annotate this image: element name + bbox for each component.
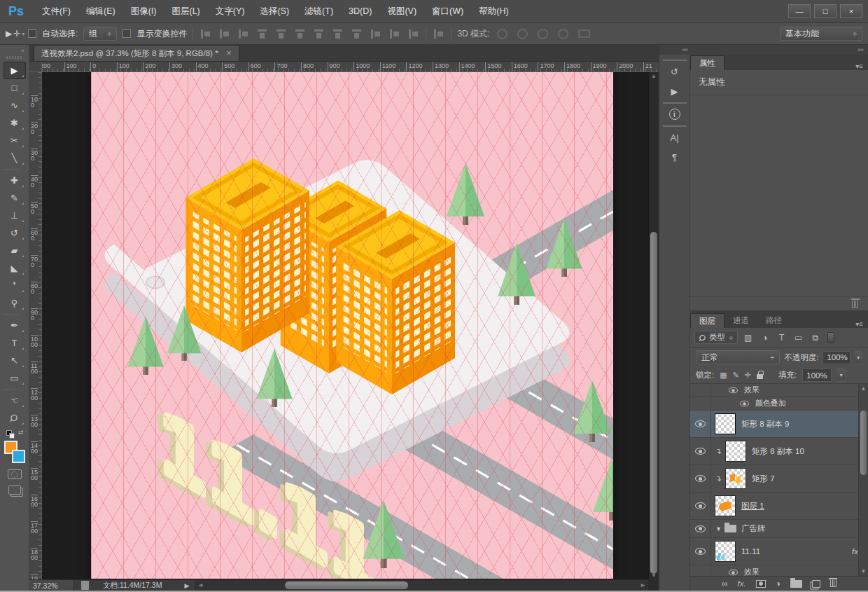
scroll-down-arrow-icon[interactable]: ▼: [649, 572, 659, 579]
adjustment-layer-icon[interactable]: ◑: [776, 579, 780, 588]
menu-select[interactable]: 选择(S): [252, 6, 297, 18]
layer-row[interactable]: ↴ 矩形 8 副本 10: [690, 438, 868, 465]
hand-tool[interactable]: ☜: [4, 392, 26, 409]
layer-thumbnail[interactable]: [725, 441, 746, 462]
fx-badge[interactable]: fx: [852, 547, 858, 556]
layer-thumbnail[interactable]: [715, 413, 736, 434]
layer-row-selected[interactable]: 矩形 8 副本 9: [690, 411, 868, 438]
menu-edit[interactable]: 编辑(E): [78, 6, 123, 18]
zoom-tool[interactable]: Ϙ: [4, 409, 26, 427]
auto-align-layers-icon[interactable]: [433, 29, 444, 39]
lock-transparency-icon[interactable]: ▦: [720, 371, 727, 380]
collapse-panels-icon[interactable]: ««: [682, 46, 687, 53]
opacity-value[interactable]: 100%: [822, 351, 850, 364]
crop-tool[interactable]: ✂: [4, 132, 26, 149]
background-color-swatch[interactable]: [12, 450, 25, 463]
3d-drag-icon[interactable]: [538, 29, 548, 39]
paragraph-panel-icon[interactable]: ¶: [664, 149, 685, 165]
layer-visibility-eye-icon[interactable]: [695, 525, 706, 532]
tab-properties[interactable]: 属性: [690, 55, 724, 70]
delete-layer-icon[interactable]: [830, 580, 836, 587]
status-flyout-arrow-icon[interactable]: ▶: [178, 582, 195, 589]
layer-row[interactable]: 图层 1: [690, 493, 868, 520]
filter-adjustment-layers-icon[interactable]: ◑: [758, 333, 771, 343]
scroll-up-arrow-icon[interactable]: ▲: [859, 385, 868, 392]
history-panel-icon[interactable]: ↺: [664, 64, 685, 79]
lock-pixels-icon[interactable]: ✎: [733, 371, 739, 380]
layer-visibility-eye-icon[interactable]: [695, 420, 706, 427]
scroll-up-arrow-icon[interactable]: ▲: [649, 73, 659, 79]
document-tab[interactable]: 透视效果2.psd @ 37.3% (矩形 8 副本 9, RGB/8) * ×: [34, 45, 239, 61]
align-horizontal-centers-icon[interactable]: [219, 29, 230, 39]
distribute-left-icon[interactable]: [370, 29, 381, 39]
clone-stamp-tool[interactable]: ⊥: [4, 207, 26, 224]
layer-group-row[interactable]: ▼ 广告牌: [690, 520, 868, 538]
lock-position-icon[interactable]: ✛: [745, 371, 751, 380]
layer-thumbnail[interactable]: [715, 541, 736, 562]
quick-mask-button[interactable]: [8, 469, 22, 479]
layer-thumbnail[interactable]: [715, 495, 736, 516]
default-swatches-icon[interactable]: ⇄: [6, 429, 24, 439]
group-expand-icon[interactable]: ▼: [715, 525, 722, 532]
toolbar-collapse-arrow[interactable]: »: [0, 45, 29, 55]
rectangle-tool[interactable]: ▭: [4, 369, 26, 387]
canvas[interactable]: 11.11 11.11: [91, 72, 613, 579]
layer-effects-header[interactable]: 效果: [690, 384, 868, 397]
horizontal-scrollbar-thumb[interactable]: [285, 581, 408, 589]
layer-thumbnail[interactable]: [725, 468, 746, 489]
actions-panel-icon[interactable]: ▶: [664, 83, 685, 99]
menu-view[interactable]: 视图(V): [379, 6, 424, 18]
menu-layer[interactable]: 图层(L): [164, 6, 207, 18]
tab-paths[interactable]: 路径: [757, 313, 790, 328]
rectangular-marquee-tool[interactable]: □: [4, 79, 26, 97]
fill-dropdown-arrow[interactable]: ▼: [837, 369, 846, 382]
toolbar-grip[interactable]: [6, 56, 23, 59]
add-layer-mask-icon[interactable]: [756, 580, 766, 588]
spot-healing-brush-tool[interactable]: ✚: [4, 172, 26, 189]
swap-swatches-icon[interactable]: ⇄: [18, 429, 24, 436]
layer-row[interactable]: 11.11 fx: [690, 538, 868, 565]
history-brush-tool[interactable]: ↺: [4, 224, 26, 242]
layer-visibility-eye-icon[interactable]: [695, 475, 706, 482]
distribute-vertical-icon[interactable]: [333, 29, 342, 39]
align-left-edges-icon[interactable]: [200, 29, 211, 39]
move-tool-icon[interactable]: ▶✛▾: [6, 29, 22, 39]
pen-tool[interactable]: ✒: [4, 317, 26, 334]
horizontal-ruler[interactable]: 2001000100200300400500600700800900100011…: [42, 62, 659, 71]
layer-effect-item[interactable]: 颜色叠加: [690, 397, 868, 411]
menu-file[interactable]: 文件(F): [34, 6, 78, 18]
workspace-switcher[interactable]: 基本功能÷: [780, 27, 862, 41]
layer-visibility-eye-icon[interactable]: [695, 502, 706, 509]
page-icon[interactable]: [81, 581, 89, 590]
quick-selection-tool[interactable]: ✱: [4, 114, 26, 132]
auto-select-dropdown[interactable]: 组÷: [83, 27, 117, 41]
lock-all-icon[interactable]: [757, 374, 763, 379]
tab-layers[interactable]: 图层: [690, 313, 724, 328]
show-transform-checkbox[interactable]: [122, 29, 131, 38]
move-tool[interactable]: ▶: [4, 62, 26, 79]
align-vertical-centers-icon[interactable]: [276, 29, 286, 39]
panel-menu-icon[interactable]: ▾≡: [855, 320, 868, 328]
vertical-scrollbar[interactable]: ▲ ▼: [648, 72, 659, 579]
type-tool[interactable]: T: [4, 334, 26, 352]
new-group-icon[interactable]: [790, 580, 802, 588]
tab-close-icon[interactable]: ×: [227, 48, 232, 58]
fill-value[interactable]: 100%: [802, 369, 831, 382]
filter-shape-layers-icon[interactable]: ▭: [792, 333, 805, 343]
screen-mode-button[interactable]: [8, 486, 21, 495]
info-panel-icon[interactable]: i: [664, 106, 685, 122]
3d-rotate-icon[interactable]: [497, 29, 507, 39]
maximize-button[interactable]: □: [814, 4, 836, 18]
tab-channels[interactable]: 通道: [724, 313, 757, 328]
layer-list-scrollbar[interactable]: ▲ ▼: [858, 384, 868, 576]
layer-effects-header[interactable]: 效果: [690, 565, 868, 576]
scroll-left-arrow-icon[interactable]: ◄: [197, 581, 204, 588]
menu-filter[interactable]: 滤镜(T): [297, 6, 341, 18]
3d-scale-icon[interactable]: [578, 29, 590, 38]
eraser-tool[interactable]: ▰: [4, 242, 26, 259]
zoom-level-field[interactable]: 37.32%: [29, 580, 74, 591]
panel-menu-icon[interactable]: ▾≡: [855, 62, 868, 70]
scroll-down-arrow-icon[interactable]: ▼: [859, 568, 868, 574]
menu-help[interactable]: 帮助(H): [471, 6, 516, 18]
effect-visibility-eye-icon[interactable]: [740, 400, 749, 406]
